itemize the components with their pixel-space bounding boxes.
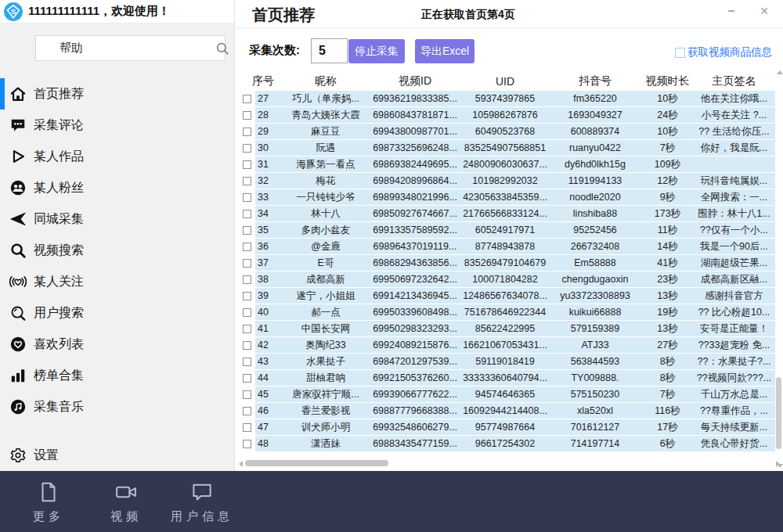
sidebar-item-user-search[interactable]: 用户搜索 xyxy=(0,297,234,329)
table-row: 30阮遇69873325696248...835254907568851ruan… xyxy=(243,140,775,156)
cell-uid: 21766566833124... xyxy=(462,206,548,221)
sidebar-item-collect-music[interactable]: 采集音乐 xyxy=(0,391,234,422)
row-checkbox[interactable] xyxy=(243,111,251,120)
row-checkbox[interactable] xyxy=(243,210,251,218)
cell-duration: 27秒 xyxy=(642,337,693,353)
cell-no: 47 xyxy=(255,419,283,435)
row-checkbox-cell xyxy=(243,210,255,218)
row-checkbox[interactable] xyxy=(243,226,251,235)
close-button[interactable]: ✕ xyxy=(758,5,770,17)
row-checkbox[interactable] xyxy=(243,341,251,350)
row-checkbox[interactable] xyxy=(243,177,251,185)
row-checkbox[interactable] xyxy=(243,259,251,268)
cell-duration: 13秒 xyxy=(642,288,693,304)
scroll-left-arrow-icon[interactable] xyxy=(239,461,243,467)
cell-douyin-id: Em58888 xyxy=(548,255,642,271)
user-search-icon xyxy=(9,304,27,322)
row-checkbox-cell xyxy=(243,440,255,448)
table-row: 34林十八69850927674667...21766566833124...l… xyxy=(243,206,775,221)
sidebar-item-like-list[interactable]: 喜欢列表 xyxy=(0,329,234,360)
cell-duration: 14秒 xyxy=(642,239,693,254)
collect-count-input[interactable] xyxy=(311,38,348,63)
cell-no: 41 xyxy=(255,321,283,336)
search-icon[interactable] xyxy=(215,41,229,56)
footer-item-video[interactable]: 视频 xyxy=(91,480,161,524)
row-checkbox[interactable] xyxy=(243,193,251,202)
cell-uid: 59374397865 xyxy=(462,91,548,106)
cell-signature: 他在关注你哦... xyxy=(693,91,775,106)
cell-uid: 751678646922344 xyxy=(462,304,548,320)
horizontal-scroll-thumb[interactable] xyxy=(245,460,388,466)
goods-info-checkbox[interactable] xyxy=(675,48,685,58)
cell-duration: 6秒 xyxy=(642,436,693,451)
cell-uid: 100071804282 xyxy=(462,271,548,287)
horizontal-scrollbar[interactable] xyxy=(236,458,783,469)
row-checkbox[interactable] xyxy=(243,275,251,284)
minimize-button[interactable]: – xyxy=(725,6,738,19)
cell-douyin-id: yu33723308893 xyxy=(548,288,642,304)
cell-video-id: 69939066777622... xyxy=(368,386,462,402)
main-header: 首页推荐 正在获取首页第4页 – ✕ xyxy=(236,0,783,28)
help-search-input[interactable] xyxy=(36,36,215,60)
cell-video-id: 69868294363856... xyxy=(368,255,462,271)
row-checkbox-cell xyxy=(243,358,255,366)
row-checkbox[interactable] xyxy=(243,374,251,383)
cell-duration: 173秒 xyxy=(642,206,693,221)
cell-uid: 59119018419 xyxy=(462,354,548,369)
footer-item-user-info[interactable]: 用户信息 xyxy=(167,480,237,524)
stop-collect-button[interactable]: 停止采集 xyxy=(348,39,405,63)
row-checkbox[interactable] xyxy=(243,423,251,432)
sidebar-item-ranking-collection[interactable]: 榜单合集 xyxy=(0,360,234,391)
cell-douyin-id: 1693049327 xyxy=(548,107,642,123)
goods-info-label: 获取视频商品信息 xyxy=(687,45,772,59)
cell-no: 46 xyxy=(255,403,283,419)
row-checkbox-cell xyxy=(243,144,255,153)
row-checkbox[interactable] xyxy=(243,407,251,415)
goods-info-checkbox-group[interactable]: 获取视频商品信息 xyxy=(675,45,772,59)
sidebar-item-city-collect[interactable]: 同城采集 xyxy=(0,203,234,235)
cell-nickname: 潇洒妹 xyxy=(283,436,368,451)
cell-no: 32 xyxy=(255,173,283,189)
sidebar-item-home-recommend[interactable]: 首页推荐 xyxy=(0,78,234,110)
row-checkbox[interactable] xyxy=(243,390,251,399)
row-checkbox[interactable] xyxy=(243,128,251,136)
row-checkbox[interactable] xyxy=(243,243,251,251)
row-checkbox[interactable] xyxy=(243,144,251,153)
row-checkbox[interactable] xyxy=(243,325,251,333)
sidebar-item-label: 首页推荐 xyxy=(34,86,84,102)
scroll-right-arrow-icon[interactable] xyxy=(776,461,780,467)
table-row: 37E哥69868294363856...835269479104679Em58… xyxy=(243,255,775,271)
vertical-scrollbar[interactable] xyxy=(775,70,783,468)
export-excel-button[interactable]: 导出Excel xyxy=(415,39,474,63)
sidebar-item-video-search[interactable]: 视频搜索 xyxy=(0,235,234,266)
sidebar-settings: 设置 xyxy=(0,440,234,471)
row-checkbox[interactable] xyxy=(243,358,251,366)
sidebar-item-settings[interactable]: 设置 xyxy=(0,440,234,471)
cell-douyin-id: kuikui66888 xyxy=(548,304,642,320)
table-row: 38成都高新69950697232642...100071804282cheng… xyxy=(243,271,775,287)
cell-nickname: 麻豆豆 xyxy=(283,124,368,139)
cell-signature: 湖南超级芒果... xyxy=(693,255,775,271)
cell-video-id: 69950697232642... xyxy=(368,271,462,287)
sidebar-item-collect-comments[interactable]: 采集评论 xyxy=(0,110,234,141)
sidebar-item-user-follow[interactable]: 某人关注 xyxy=(0,266,234,297)
active-indicator xyxy=(0,297,5,329)
row-checkbox[interactable] xyxy=(243,160,251,169)
scroll-up-arrow-icon[interactable] xyxy=(777,70,783,74)
vertical-scroll-thumb[interactable] xyxy=(776,377,781,449)
row-checkbox[interactable] xyxy=(243,308,251,317)
cell-nickname: 阮遇 xyxy=(283,140,368,156)
sidebar-item-user-fans[interactable]: 某人粉丝 xyxy=(0,172,234,203)
table-row: 43水果挞子69847201297539...59119018419563844… xyxy=(243,354,775,369)
row-checkbox[interactable] xyxy=(243,440,251,448)
cell-duration: 8秒 xyxy=(642,370,693,386)
row-checkbox[interactable] xyxy=(243,95,251,103)
sidebar-item-user-works[interactable]: 某人作品 xyxy=(0,141,234,172)
table-header: 序号 昵称 视频ID UID 抖音号 视频时长 主页签名 xyxy=(243,72,775,91)
table-row: 42奥陶纪3369924089215876...16621067053431..… xyxy=(243,337,775,353)
cell-video-id: 69869382449695... xyxy=(368,156,462,172)
cell-nickname: 甜柚君呐 xyxy=(283,370,368,386)
footer-item-more[interactable]: 更多 xyxy=(13,480,84,524)
row-checkbox[interactable] xyxy=(243,292,251,300)
app-window: S 111111111111，欢迎使用！ 首页推荐 xyxy=(0,0,783,532)
